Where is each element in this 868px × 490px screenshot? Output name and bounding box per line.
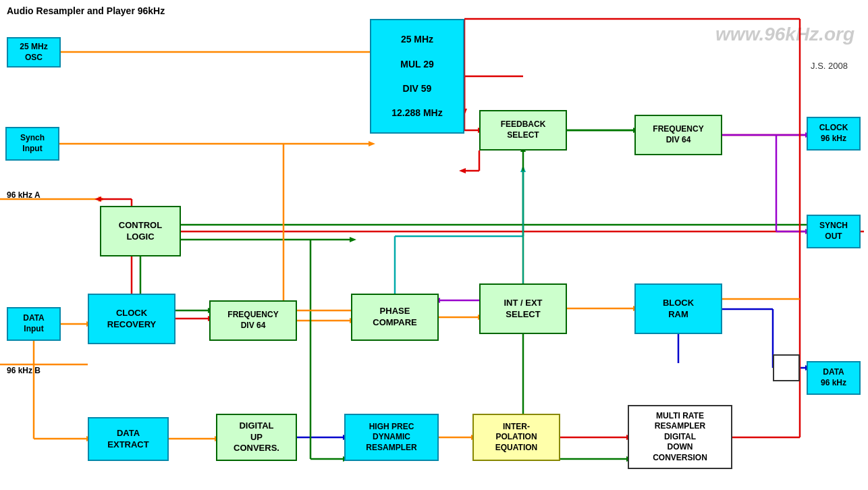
label-96khz-b: 96 kHz B xyxy=(7,366,40,375)
label-96khz-a: 96 kHz A xyxy=(7,190,40,200)
block-data-96: DATA96 kHz xyxy=(807,361,861,395)
block-high-prec: HIGH PRECDYNAMICRESAMPLER xyxy=(344,414,439,461)
diagram-container: Audio Resampler and Player 96kHz www.96k… xyxy=(0,0,868,490)
block-interpolation: INTER-POLATIONEQUATION xyxy=(472,414,560,461)
author: J.S. 2008 xyxy=(811,61,848,71)
block-data-extract: DATAEXTRACT xyxy=(88,417,169,461)
svg-marker-22 xyxy=(350,237,356,242)
svg-marker-16 xyxy=(99,196,105,202)
block-feedback-select: FEEDBACKSELECT xyxy=(479,110,567,151)
block-pll: 25 MHzMUL 29DIV 5912.288 MHz xyxy=(370,19,464,134)
watermark: www.96kHz.org xyxy=(715,24,855,45)
block-phase-compare: PHASECOMPARE xyxy=(351,294,439,341)
block-freq-div64-mid: FREQUENCYDIV 64 xyxy=(209,300,297,341)
svg-marker-83 xyxy=(459,168,466,173)
block-white-small xyxy=(773,354,800,381)
block-block-ram: BLOCKRAM xyxy=(634,283,722,334)
svg-marker-14 xyxy=(369,141,375,146)
page-title: Audio Resampler and Player 96kHz xyxy=(7,5,165,16)
block-osc25: 25 MHz OSC xyxy=(7,37,61,67)
block-multi-rate: MULTI RATERESAMPLERDIGITALDOWNCONVERSION xyxy=(628,405,732,469)
block-freq-div64-top: FREQUENCYDIV 64 xyxy=(634,115,722,155)
block-synch-out: SYNCHOUT xyxy=(807,215,861,248)
block-int-ext-select: INT / EXTSELECT xyxy=(479,283,567,334)
block-clock-96: CLOCK96 kHz xyxy=(807,117,861,151)
block-control-logic: CONTROLLOGIC xyxy=(100,206,181,256)
block-synch-input: SynchInput xyxy=(5,127,59,161)
block-data-input: DATAInput xyxy=(7,307,61,341)
svg-marker-34 xyxy=(520,165,526,172)
svg-marker-78 xyxy=(94,196,101,202)
block-digital-up: DIGITALUPCONVERS. xyxy=(216,414,297,461)
block-clock-recovery: CLOCKRECOVERY xyxy=(88,294,175,344)
